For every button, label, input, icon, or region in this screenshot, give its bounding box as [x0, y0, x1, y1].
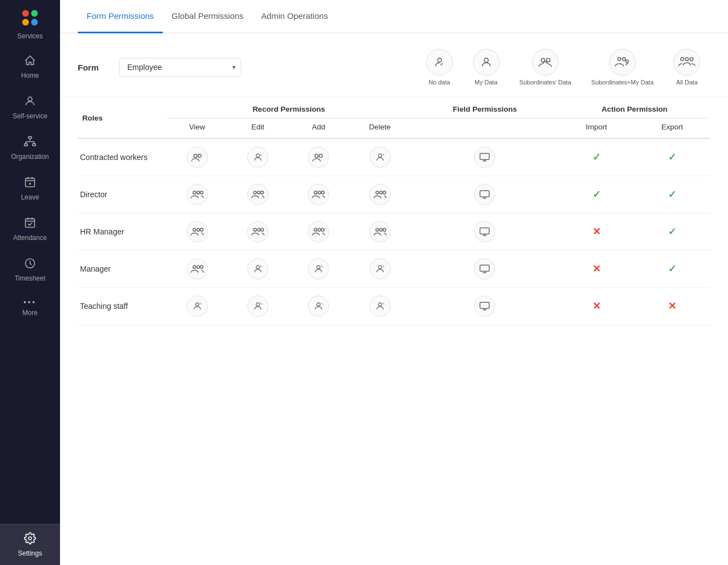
perm-delete-cell[interactable] — [349, 138, 411, 176]
check-icon: ✓ — [592, 189, 601, 200]
perm-delete-cell[interactable] — [349, 288, 411, 325]
sidebar-item-settings[interactable]: Settings — [0, 524, 60, 565]
perm-edit-cell[interactable] — [227, 251, 288, 288]
svg-rect-28 — [480, 153, 490, 159]
sidebar-item-self-service[interactable]: Self-service — [0, 87, 60, 128]
scope-no-data[interactable]: No data — [416, 49, 463, 86]
edit-icon — [247, 258, 268, 279]
no-data-icon — [426, 49, 453, 76]
import-cell[interactable]: ✓ — [559, 138, 634, 176]
svg-point-67 — [256, 303, 260, 306]
table-row: HR Manager✕✓ — [78, 213, 710, 251]
table-area: Roles Record Permissions Field Permissio… — [60, 97, 728, 565]
svg-point-60 — [317, 266, 320, 269]
perm-view-cell[interactable] — [167, 288, 227, 325]
svg-point-5 — [29, 183, 31, 184]
svg-rect-41 — [480, 191, 490, 197]
perm-edit-cell[interactable] — [227, 138, 288, 176]
permissions-table: Roles Record Permissions Field Permissio… — [78, 97, 710, 325]
svg-point-69 — [317, 303, 320, 306]
subordinates-my-data-icon — [609, 49, 636, 76]
perm-edit-cell[interactable] — [227, 288, 288, 325]
sidebar-nav: Home Self-service Organization Leave Att — [0, 47, 60, 524]
tab-admin-operations[interactable]: Admin Operations — [252, 0, 337, 33]
perm-add-cell[interactable] — [288, 213, 349, 251]
field-perm-cell[interactable] — [411, 288, 559, 325]
export-cell[interactable]: ✓ — [634, 176, 710, 213]
field-perm-cell[interactable] — [411, 251, 559, 288]
perm-view-cell[interactable] — [167, 176, 227, 213]
field-perm-cell[interactable] — [411, 138, 559, 176]
field-perm-icon — [474, 147, 495, 168]
form-label: Form — [78, 63, 106, 72]
svg-point-46 — [257, 228, 260, 231]
scope-subordinates-data[interactable]: Subordinates' Data — [510, 49, 581, 86]
timesheet-icon — [24, 257, 36, 272]
perm-edit-cell[interactable] — [227, 213, 288, 251]
perm-view-cell[interactable] — [167, 138, 227, 176]
tab-global-permissions[interactable]: Global Permissions — [163, 0, 252, 33]
perm-edit-cell[interactable] — [227, 176, 288, 213]
scope-my-data[interactable]: My Data — [463, 49, 510, 86]
form-select[interactable]: Employee Department Position — [119, 58, 241, 77]
svg-point-53 — [383, 228, 386, 231]
all-data-label: All Data — [676, 79, 698, 86]
th-field — [411, 118, 559, 139]
subordinates-data-icon — [532, 49, 559, 76]
export-cell[interactable]: ✓ — [634, 138, 710, 176]
view-icon — [187, 296, 208, 317]
scope-all-data[interactable]: All Data — [664, 49, 710, 86]
import-cell[interactable]: ✕ — [559, 288, 634, 325]
export-cell[interactable]: ✕ — [634, 288, 710, 325]
th-view: View — [167, 118, 227, 139]
svg-point-17 — [681, 58, 684, 61]
svg-point-43 — [197, 228, 200, 231]
tab-form-permissions[interactable]: Form Permissions — [78, 0, 163, 33]
view-icon — [187, 147, 208, 168]
check-icon: ✓ — [668, 189, 676, 200]
sidebar-item-home[interactable]: Home — [0, 47, 60, 87]
perm-add-cell[interactable] — [288, 288, 349, 325]
svg-point-49 — [318, 228, 321, 231]
sidebar-item-timesheet[interactable]: Timesheet — [0, 249, 60, 290]
perm-delete-cell[interactable] — [349, 176, 411, 213]
dot-blue — [31, 19, 38, 26]
role-name-cell: Manager — [78, 251, 167, 288]
view-icon — [187, 184, 208, 205]
svg-point-14 — [617, 58, 621, 61]
svg-point-56 — [197, 266, 200, 268]
svg-point-44 — [200, 228, 203, 231]
th-field-permissions: Field Permissions — [411, 97, 559, 118]
add-icon — [308, 147, 329, 168]
sidebar-item-leave[interactable]: Leave — [0, 168, 60, 209]
svg-line-10 — [440, 63, 442, 66]
scope-subordinates-my-data[interactable]: Subordinates+My Data — [581, 49, 664, 86]
perm-add-cell[interactable] — [288, 251, 349, 288]
import-cell[interactable]: ✕ — [559, 251, 634, 288]
export-cell[interactable]: ✓ — [634, 213, 710, 251]
svg-point-39 — [380, 191, 382, 194]
import-cell[interactable]: ✓ — [559, 176, 634, 213]
svg-point-38 — [376, 191, 378, 194]
table-row: Contracted workers✓✓ — [78, 138, 710, 176]
perm-delete-cell[interactable] — [349, 251, 411, 288]
perm-add-cell[interactable] — [288, 138, 349, 176]
subordinates-my-data-label: Subordinates+My Data — [591, 79, 654, 86]
field-perm-icon — [474, 221, 495, 242]
perm-delete-cell[interactable] — [349, 213, 411, 251]
sidebar-item-more[interactable]: ••• More — [0, 290, 60, 324]
view-icon — [187, 221, 208, 242]
import-cell[interactable]: ✕ — [559, 213, 634, 251]
perm-add-cell[interactable] — [288, 176, 349, 213]
svg-point-52 — [380, 228, 382, 231]
field-perm-cell[interactable] — [411, 213, 559, 251]
sidebar: Services Home Self-service Organization — [0, 0, 60, 565]
field-perm-cell[interactable] — [411, 176, 559, 213]
perm-view-cell[interactable] — [167, 251, 227, 288]
sidebar-item-attendance[interactable]: Attendance — [0, 209, 60, 249]
perm-view-cell[interactable] — [167, 213, 227, 251]
sidebar-item-organization[interactable]: Organization — [0, 128, 60, 168]
attendance-label: Attendance — [13, 234, 47, 242]
delete-icon — [370, 184, 391, 205]
export-cell[interactable]: ✓ — [634, 251, 710, 288]
